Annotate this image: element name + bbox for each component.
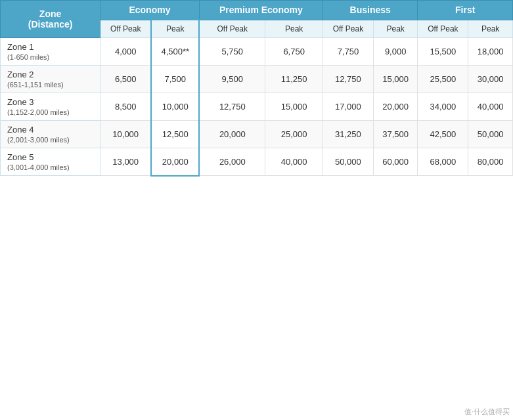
value-cell: 17,000	[323, 93, 373, 121]
table-row: Zone 3(1,152-2,000 miles)8,50010,00012,7…	[1, 93, 513, 121]
value-cell: 30,000	[468, 66, 513, 93]
zone-cell: Zone 3(1,152-2,000 miles)	[1, 93, 100, 121]
first-peak-header: Peak	[468, 20, 513, 38]
value-cell: 18,000	[468, 38, 513, 66]
value-cell: 31,250	[323, 121, 373, 148]
value-cell: 6,750	[265, 38, 323, 66]
zone-miles: (1,152-2,000 miles)	[7, 108, 97, 116]
zone-cell: Zone 2(651-1,151 miles)	[1, 66, 100, 93]
value-cell: 12,750	[323, 66, 373, 93]
zone-name: Zone 2	[7, 70, 97, 79]
business-header: Business	[323, 1, 417, 20]
business-peak-header: Peak	[373, 20, 418, 38]
value-cell: 50,000	[323, 148, 373, 176]
zone-cell: Zone 5(3,001-4,000 miles)	[1, 148, 100, 176]
table-row: Zone 1(1-650 miles)4,0004,500**5,7506,75…	[1, 38, 513, 66]
zone-name: Zone 4	[7, 125, 97, 135]
value-cell: 40,000	[468, 93, 513, 121]
value-cell: 10,000	[151, 93, 199, 121]
value-cell: 9,500	[199, 66, 265, 93]
value-cell: 5,750	[199, 38, 265, 66]
value-cell: 9,000	[373, 38, 418, 66]
zone-miles: (651-1,151 miles)	[7, 81, 97, 89]
table-row: Zone 2(651-1,151 miles)6,5007,5009,50011…	[1, 66, 513, 93]
value-cell: 40,000	[265, 148, 323, 176]
value-cell: 15,000	[373, 66, 418, 93]
value-cell: 15,500	[418, 38, 468, 66]
zone-header: Zone(Distance)	[1, 1, 100, 38]
premium-peak-header: Peak	[265, 20, 323, 38]
zone-cell: Zone 4(2,001-3,000 miles)	[1, 121, 100, 148]
premium-offpeak-header: Off Peak	[199, 20, 265, 38]
economy-peak-header: Peak	[151, 20, 199, 38]
value-cell: 6,500	[100, 66, 152, 93]
value-cell: 12,750	[199, 93, 265, 121]
zone-name: Zone 3	[7, 97, 97, 107]
value-cell: 37,500	[373, 121, 418, 148]
value-cell: 25,000	[265, 121, 323, 148]
value-cell: 13,000	[100, 148, 152, 176]
table-row: Zone 5(3,001-4,000 miles)13,00020,00026,…	[1, 148, 513, 176]
value-cell: 10,000	[100, 121, 152, 148]
value-cell: 8,500	[100, 93, 152, 121]
value-cell: 80,000	[468, 148, 513, 176]
first-header: First	[418, 1, 513, 20]
economy-offpeak-header: Off Peak	[100, 20, 152, 38]
value-cell: 7,750	[323, 38, 373, 66]
zone-miles: (2,001-3,000 miles)	[7, 136, 97, 144]
value-cell: 42,500	[418, 121, 468, 148]
value-cell: 25,500	[418, 66, 468, 93]
value-cell: 60,000	[373, 148, 418, 176]
value-cell: 20,000	[151, 148, 199, 176]
zone-miles: (3,001-4,000 miles)	[7, 163, 97, 171]
award-chart-table: Zone(Distance) Economy Premium Economy B…	[0, 0, 513, 177]
premium-economy-header: Premium Economy	[199, 1, 323, 20]
value-cell: 7,500	[151, 66, 199, 93]
economy-header: Economy	[100, 1, 200, 20]
value-cell: 12,500	[151, 121, 199, 148]
value-cell: 26,000	[199, 148, 265, 176]
value-cell: 34,000	[418, 93, 468, 121]
value-cell: 20,000	[373, 93, 418, 121]
value-cell: 11,250	[265, 66, 323, 93]
zone-miles: (1-650 miles)	[7, 53, 97, 61]
first-offpeak-header: Off Peak	[418, 20, 468, 38]
zone-name: Zone 1	[7, 42, 97, 52]
category-header-row: Zone(Distance) Economy Premium Economy B…	[1, 1, 513, 20]
value-cell: 50,000	[468, 121, 513, 148]
value-cell: 68,000	[418, 148, 468, 176]
value-cell: 4,500**	[151, 38, 199, 66]
value-cell: 20,000	[199, 121, 265, 148]
table-row: Zone 4(2,001-3,000 miles)10,00012,50020,…	[1, 121, 513, 148]
business-offpeak-header: Off Peak	[323, 20, 373, 38]
value-cell: 15,000	[265, 93, 323, 121]
zone-cell: Zone 1(1-650 miles)	[1, 38, 100, 66]
value-cell: 4,000	[100, 38, 152, 66]
zone-name: Zone 5	[7, 152, 97, 162]
